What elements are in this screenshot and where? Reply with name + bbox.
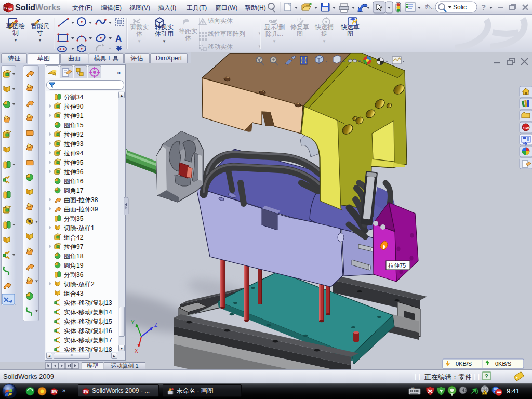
svg-text:S: S [4,6,7,10]
svg-text:X: X [135,348,138,354]
svg-text:SolidWorks: SolidWorks [15,3,61,12]
svg-text:SW: SW [83,390,89,393]
svg-text:W: W [8,7,12,11]
svg-text:SW: SW [523,126,529,130]
svg-text:键盘: 键盘 [410,387,415,389]
svg-text:0KB/S: 0KB/S [495,361,511,367]
svg-text:Z: Z [154,322,157,328]
svg-text:A: A [115,34,122,44]
svg-text:0KB/S: 0KB/S [456,361,472,367]
svg-text:!: ! [484,391,485,394]
svg-text:»: » [62,387,65,393]
svg-text:?: ? [485,373,488,379]
svg-text:SW: SW [51,390,58,393]
svg-text:?: ? [481,3,486,11]
svg-text:»: » [117,69,121,76]
svg-text:Solic: Solic [453,4,467,11]
svg-text:拉伸75: 拉伸75 [388,262,406,269]
svg-text:Y: Y [131,320,135,325]
svg-text:办..: 办.. [425,4,434,10]
